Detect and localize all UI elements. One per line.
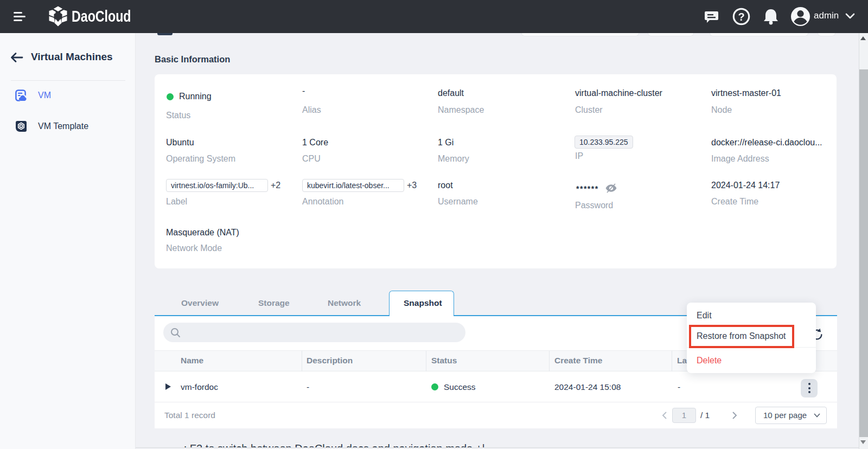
svg-text:?: ?: [738, 11, 744, 23]
svg-text:DaoCloud: DaoCloud: [72, 8, 131, 25]
